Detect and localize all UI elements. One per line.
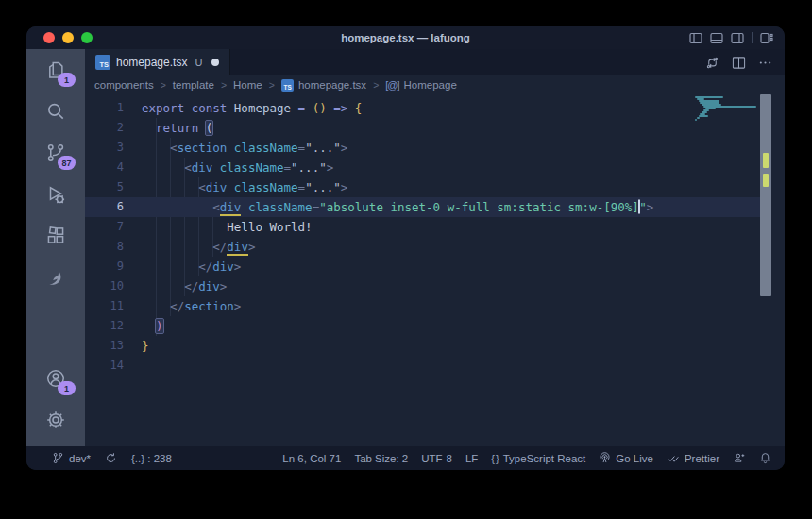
compare-changes-icon[interactable]: [705, 56, 719, 70]
gear-icon: [45, 410, 66, 430]
encoding-indicator[interactable]: UTF-8: [421, 453, 452, 464]
breadcrumb-label: Home: [233, 79, 262, 91]
code-line-12[interactable]: 12 ): [85, 316, 760, 336]
search-icon: [45, 101, 66, 122]
code-line-1[interactable]: 1export const Homepage = () => {: [85, 98, 760, 118]
toggle-panel-icon[interactable]: [710, 32, 723, 44]
code-line-6[interactable]: 6 <div className="absolute inset-0 w-ful…: [85, 197, 760, 217]
person-icon: [733, 452, 746, 464]
line-number[interactable]: 2: [85, 118, 124, 138]
breadcrumb-separator: >: [221, 79, 227, 91]
explorer-badge: 1: [58, 73, 76, 87]
split-editor-icon[interactable]: [732, 56, 746, 70]
git-branch-indicator[interactable]: dev*: [52, 452, 91, 464]
line-text: }: [124, 336, 149, 356]
sync-changes-button[interactable]: [105, 452, 117, 464]
code-line-8[interactable]: 8 </div>: [85, 237, 760, 257]
minimap[interactable]: [695, 96, 755, 121]
code-line-3[interactable]: 3 <section className="...">: [85, 138, 760, 158]
double-check-icon: [667, 452, 680, 464]
tab-git-status: U: [195, 57, 202, 68]
titlebar-separator: [752, 32, 753, 43]
line-text: <div className="...">: [124, 158, 333, 177]
scrollbar-thumb[interactable]: [760, 94, 771, 296]
toggle-primary-sidebar-icon[interactable]: [689, 32, 702, 44]
broadcast-tower-icon: [599, 452, 611, 464]
line-number[interactable]: 3: [85, 138, 124, 158]
breadcrumb-item-Homepage[interactable]: [@]Homepage: [385, 79, 457, 91]
minimap-line: [699, 115, 708, 117]
tab-label: homepage.tsx: [116, 56, 187, 69]
go-live-button[interactable]: Go Live: [599, 452, 653, 464]
sidebar-item-settings[interactable]: [34, 401, 77, 439]
text-cursor: [638, 200, 640, 214]
breadcrumb-item-Home[interactable]: Home: [233, 79, 262, 91]
line-number[interactable]: 12: [85, 316, 124, 336]
breadcrumb-item-homepage.tsx[interactable]: TShomepage.tsx: [281, 79, 366, 92]
sidebar-item-extensions[interactable]: [34, 217, 77, 255]
more-actions-icon[interactable]: [758, 56, 772, 70]
line-number[interactable]: 1: [85, 98, 124, 118]
tab-size-indicator[interactable]: Tab Size: 2: [354, 453, 408, 464]
sidebar-item-accounts[interactable]: 1: [34, 360, 77, 397]
sidebar-item-run-debug[interactable]: [34, 176, 77, 213]
line-number[interactable]: 10: [85, 276, 124, 296]
breadcrumb-label: components: [94, 79, 154, 91]
code-line-10[interactable]: 10 </div>: [85, 276, 760, 296]
code-line-11[interactable]: 11 </section>: [85, 296, 760, 316]
code-line-5[interactable]: 5 <div className="...">: [85, 177, 760, 197]
sidebar-item-source-control[interactable]: 87: [34, 134, 77, 172]
code-line-9[interactable]: 9 </div>: [85, 257, 760, 276]
breadcrumb-item-template[interactable]: template: [173, 79, 214, 91]
problems-counter[interactable]: {..} : 238: [131, 453, 172, 464]
prettier-formatter-indicator[interactable]: Prettier: [667, 452, 719, 464]
line-number[interactable]: 6: [85, 197, 124, 217]
cursor-position-indicator[interactable]: Ln 6, Col 71: [282, 453, 341, 464]
notifications-button[interactable]: [759, 452, 771, 464]
line-number[interactable]: 14: [85, 356, 124, 376]
warning-marker: [763, 174, 769, 187]
window-title: homepage.tsx — lafuong: [26, 26, 785, 49]
code-line-13[interactable]: 13}: [85, 336, 760, 356]
code-editor[interactable]: 1export const Homepage = () => {2 return…: [85, 94, 785, 446]
code-line-7[interactable]: 7 Hello World!: [85, 217, 760, 237]
breadcrumb-item-components[interactable]: components: [94, 79, 154, 91]
line-number[interactable]: 7: [85, 217, 124, 237]
line-number[interactable]: 5: [85, 177, 124, 197]
warning-marker: [763, 153, 769, 168]
breadcrumb-label: Homepage: [404, 79, 457, 91]
line-number[interactable]: 11: [85, 296, 124, 316]
feedback-person-button[interactable]: [733, 452, 746, 464]
line-number[interactable]: 13: [85, 336, 124, 356]
unsaved-changes-dot[interactable]: [211, 59, 219, 66]
run-debug-icon: [45, 184, 66, 205]
typescript-file-icon: TS: [95, 55, 110, 70]
line-text: [124, 356, 142, 376]
customize-layout-icon[interactable]: [760, 32, 773, 44]
line-text: <section className="...">: [124, 138, 347, 158]
sidebar-item-extension-flame[interactable]: [34, 259, 77, 296]
line-number[interactable]: 9: [85, 257, 124, 276]
language-mode-indicator[interactable]: { } TypeScript React: [491, 453, 585, 464]
line-number[interactable]: 8: [85, 237, 124, 257]
bell-icon: [759, 452, 771, 464]
line-text: ): [124, 316, 163, 336]
code-line-4[interactable]: 4 <div className="...">: [85, 158, 760, 177]
code-line-2[interactable]: 2 return (: [85, 118, 760, 138]
line-number[interactable]: 4: [85, 158, 124, 177]
tab-homepage-tsx[interactable]: TS homepage.tsx U: [85, 49, 230, 75]
eol-indicator[interactable]: LF: [465, 453, 478, 464]
sidebar-item-explorer[interactable]: 1: [34, 51, 77, 89]
code-line-14[interactable]: 14: [85, 356, 760, 376]
sync-icon: [105, 452, 117, 464]
sidebar-item-search[interactable]: [34, 92, 77, 130]
tab-bar: TS homepage.tsx U: [85, 49, 785, 75]
branch-name: dev*: [69, 453, 91, 464]
status-bar: dev* {..} : 238 Ln 6, Col 71 Tab Size: 2…: [26, 446, 785, 470]
minimap-line: [695, 119, 697, 121]
activity-bar: 1 87: [26, 49, 85, 446]
code-lines: 1export const Homepage = () => {2 return…: [85, 98, 785, 376]
line-text: export const Homepage = () => {: [124, 98, 362, 118]
toggle-secondary-sidebar-icon[interactable]: [731, 32, 744, 44]
breadcrumb: components>template>Home>TShomepage.tsx>…: [85, 75, 785, 94]
